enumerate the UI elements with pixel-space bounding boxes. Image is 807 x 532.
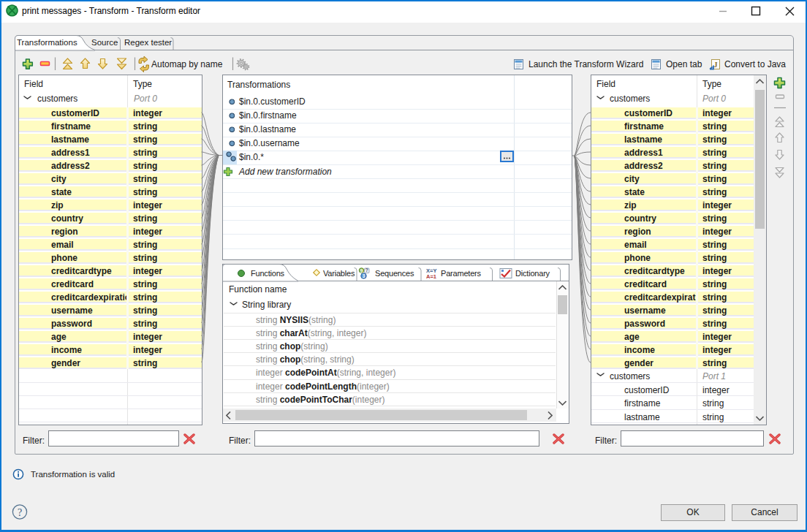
svg-text:3: 3 xyxy=(363,273,365,278)
svg-text:A=1: A=1 xyxy=(426,273,436,279)
svg-text:9: 9 xyxy=(360,268,363,273)
svg-text:J: J xyxy=(714,61,718,69)
svg-text:?: ? xyxy=(365,267,368,273)
svg-text:?: ? xyxy=(18,507,22,518)
